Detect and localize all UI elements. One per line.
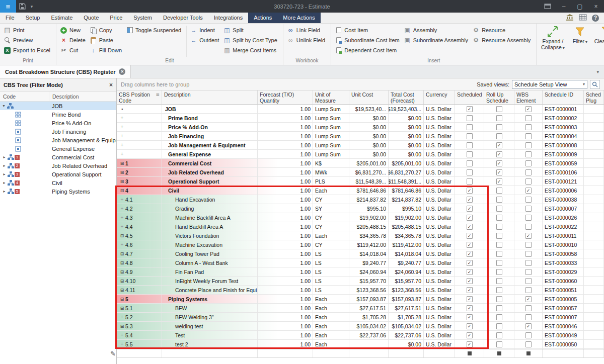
tree-item-job[interactable]: ▾JOB [0, 102, 116, 110]
sch-checkbox[interactable]: ✓ [467, 197, 473, 203]
wbs-checkbox[interactable]: ✓ [525, 106, 532, 112]
roll-checkbox[interactable] [496, 287, 502, 293]
menu-tab-price[interactable]: Price [104, 13, 128, 23]
cell-sch[interactable] [455, 168, 484, 176]
sch-checkbox[interactable]: ✓ [467, 251, 473, 257]
cell-roll[interactable]: ✓ [484, 177, 514, 186]
tree-item-job-financing[interactable]: Job Financing [0, 127, 116, 136]
cell-roll[interactable] [484, 340, 514, 348]
sch-checkbox[interactable]: ✓ [467, 341, 473, 347]
sch-indeterminate-checkbox[interactable] [468, 351, 472, 355]
grid-row-5.3[interactable]: ⊞5.3welding test1.00Each$105,034.02$105,… [117, 322, 604, 331]
tree-item-operational-support[interactable]: ▸3Operational Support [0, 170, 116, 178]
expand-icon[interactable]: ⊞ [119, 233, 125, 238]
grid-row-job[interactable]: ▪JOB1.00Lump Sum$19,523,40...$19,523,403… [117, 105, 604, 114]
wbs-checkbox[interactable] [525, 115, 532, 121]
close-button[interactable]: × [588, 0, 604, 13]
grid-row-3[interactable]: ⊞3Operational Support1.00PLS$11,548,39..… [117, 177, 604, 186]
cell-wbs[interactable] [514, 141, 543, 149]
wbs-checkbox[interactable] [525, 269, 532, 275]
sch-checkbox[interactable]: ✓ [467, 188, 473, 194]
menu-tab-quote[interactable]: Quote [78, 13, 104, 23]
sch-checkbox[interactable]: ✓ [467, 260, 473, 266]
sch-checkbox[interactable]: ✓ [467, 224, 473, 230]
grid-row-4.9[interactable]: ⊞4.9Fin Fan Pad1.00LS$24,060.94$24,060.9… [117, 267, 604, 277]
expand-icon[interactable]: + [119, 133, 125, 139]
tab-cbs-register[interactable]: Cost Breakdown Structure (CBS) Register … [0, 65, 131, 78]
cell-sch[interactable]: ✓ [455, 340, 484, 348]
roll-checkbox[interactable] [496, 188, 502, 194]
cell-wbs[interactable] [514, 313, 543, 321]
wbs-checkbox[interactable] [525, 160, 532, 166]
column-header-desc[interactable]: Description [162, 90, 258, 104]
new-row-cell-sch[interactable] [455, 349, 484, 357]
quick-access-caret-icon[interactable]: ▾ [28, 4, 35, 9]
roll-checkbox[interactable] [496, 233, 502, 239]
roll-checkbox[interactable]: ✓ [496, 178, 502, 185]
menu-tab-system[interactable]: System [128, 13, 158, 23]
menu-tab-integrations[interactable]: Integrations [208, 13, 248, 23]
cell-sch[interactable] [455, 177, 484, 186]
expand-icon[interactable]: + [119, 115, 125, 121]
cell-roll[interactable] [484, 204, 514, 213]
cell-roll[interactable] [484, 222, 514, 231]
cell-roll[interactable] [484, 331, 514, 339]
expand-icon[interactable]: ⊞ [119, 279, 125, 284]
export-to-excel-button[interactable]: XExport to Excel [3, 45, 53, 55]
cell-roll[interactable]: ✓ [484, 168, 514, 176]
wbs-checkbox[interactable] [525, 341, 532, 347]
expand-icon[interactable]: + [119, 197, 125, 202]
wbs-checkbox[interactable]: ✓ [525, 188, 532, 194]
expand-icon[interactable]: ⊞ [119, 260, 125, 265]
cell-sch[interactable]: ✓ [455, 240, 484, 249]
wbs-checkbox[interactable] [525, 332, 532, 338]
cell-sch[interactable]: ✓ [455, 195, 484, 204]
sch-checkbox[interactable]: ✓ [467, 323, 473, 329]
cell-sch[interactable]: ✓ [455, 249, 484, 258]
roll-checkbox[interactable]: ✓ [496, 160, 502, 166]
subordinate-cost-item-button[interactable]: Subordinate Cost Item [334, 35, 402, 45]
dependent-cost-item-button[interactable]: Dependent Cost Item [334, 45, 402, 55]
cell-roll[interactable] [484, 195, 514, 204]
roll-checkbox[interactable] [496, 314, 502, 320]
sch-checkbox[interactable]: ✓ [467, 215, 473, 221]
roll-indeterminate-checkbox[interactable] [497, 351, 501, 355]
wbs-indeterminate-checkbox[interactable] [526, 351, 531, 355]
column-header-unit[interactable]: Unit Cost [349, 90, 389, 104]
help-icon[interactable]: ? [592, 15, 599, 22]
cell-wbs[interactable] [514, 258, 543, 267]
grid-row-4.4[interactable]: +4.4Hand Backfill Area A1.00CY$205,488.1… [117, 222, 604, 231]
cell-wbs[interactable]: ✓ [514, 322, 543, 330]
tree-expander-icon[interactable]: ▸ [2, 180, 7, 185]
new-row-cell-desc[interactable] [162, 349, 258, 357]
roll-checkbox[interactable] [496, 305, 502, 311]
cell-wbs[interactable] [514, 286, 543, 294]
cell-roll[interactable] [484, 258, 514, 267]
column-header-code[interactable]: CBS Position Code≣ [117, 90, 162, 104]
sch-checkbox[interactable]: ✓ [467, 206, 473, 212]
cell-wbs[interactable] [514, 277, 543, 285]
tree-column-description[interactable]: Description [49, 94, 116, 100]
tree-expander-icon[interactable]: ▸ [2, 189, 7, 194]
grid-row-5.1[interactable]: ⊞5.1BFW1.00Each$27,617.51$27,617.51U.S. … [117, 304, 604, 313]
subordinate-assembly-button[interactable]: ▣Subordinate Assembly [403, 35, 471, 45]
menu-tab-actions[interactable]: Actions [248, 13, 277, 23]
cell-sch[interactable]: ✓ [455, 105, 484, 113]
wbs-checkbox[interactable] [525, 305, 532, 311]
grid-row-4.2[interactable]: +4.2Grading1.00SY$995.10$995.10U.S. Doll… [117, 204, 604, 213]
grid-row-4[interactable]: ⊟4Civil1.00Each$781,646.86$781,646.86U.S… [117, 186, 604, 195]
grid-row-4.6[interactable]: +4.6Machine Excavation1.00CY$119,412.00$… [117, 240, 604, 249]
cell-sch[interactable]: ✓ [455, 204, 484, 213]
roll-checkbox[interactable] [496, 133, 502, 139]
cell-roll[interactable] [484, 322, 514, 330]
search-button[interactable] [590, 80, 600, 89]
cell-wbs[interactable]: ✓ [514, 105, 543, 113]
grid-row-5.2[interactable]: +5.2BFW Welding 3"1.00Each$1,705.28$1,70… [117, 313, 604, 322]
cell-roll[interactable] [484, 313, 514, 321]
wbs-checkbox[interactable] [525, 142, 532, 148]
sch-checkbox[interactable]: ✓ [467, 233, 473, 239]
toggle-suspended-button[interactable]: Toggle Suspended [125, 25, 184, 35]
menu-tab-developer-tools[interactable]: Developer Tools [158, 13, 208, 23]
cell-sch[interactable]: ✓ [455, 186, 484, 195]
cell-wbs[interactable]: ✓ [514, 231, 543, 240]
